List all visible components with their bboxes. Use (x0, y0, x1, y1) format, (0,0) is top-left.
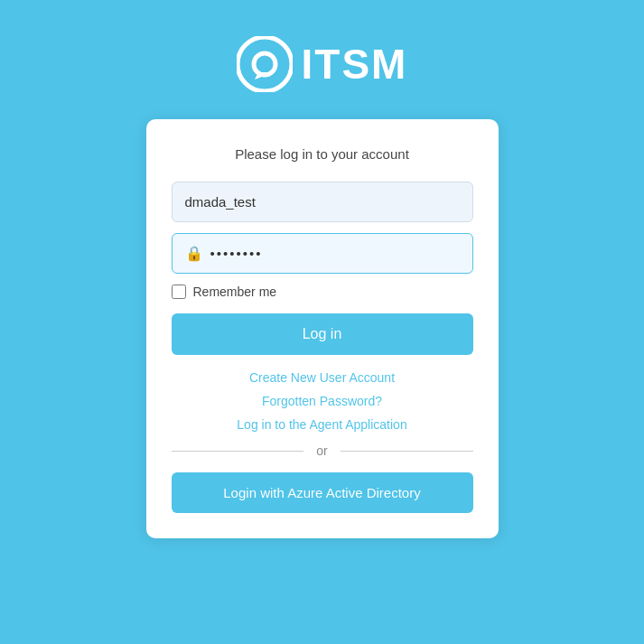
password-group: 🔒 (172, 233, 473, 274)
lock-icon: 🔒 (185, 245, 203, 262)
agent-login-link[interactable]: Log in to the Agent Application (237, 417, 406, 432)
create-account-row: Create New User Account (172, 369, 473, 386)
username-input[interactable] (172, 182, 473, 222)
password-wrapper: 🔒 (172, 233, 473, 274)
login-button[interactable]: Log in (172, 313, 473, 355)
logo-area: ITSM (237, 36, 408, 92)
card-title: Please log in to your account (172, 146, 473, 162)
divider-text: or (316, 443, 327, 458)
agent-login-row: Log in to the Agent Application (172, 416, 473, 433)
create-account-link[interactable]: Create New User Account (249, 370, 395, 385)
remember-checkbox[interactable] (172, 285, 186, 299)
divider-line-right (341, 451, 473, 452)
remember-label: Remember me (193, 285, 277, 299)
forgotten-password-link[interactable]: Forgotten Password? (262, 394, 382, 408)
login-card: Please log in to your account 🔒 Remember… (146, 119, 499, 538)
remember-row: Remember me (172, 285, 473, 299)
itsm-logo-icon (237, 36, 293, 92)
username-group (172, 182, 473, 222)
logo-text: ITSM (302, 40, 408, 89)
divider-line-left (172, 451, 304, 452)
forgotten-password-row: Forgotten Password? (172, 393, 473, 409)
azure-login-button[interactable]: Login with Azure Active Directory (172, 472, 473, 513)
divider-row: or (172, 443, 473, 458)
password-input[interactable] (210, 234, 460, 273)
